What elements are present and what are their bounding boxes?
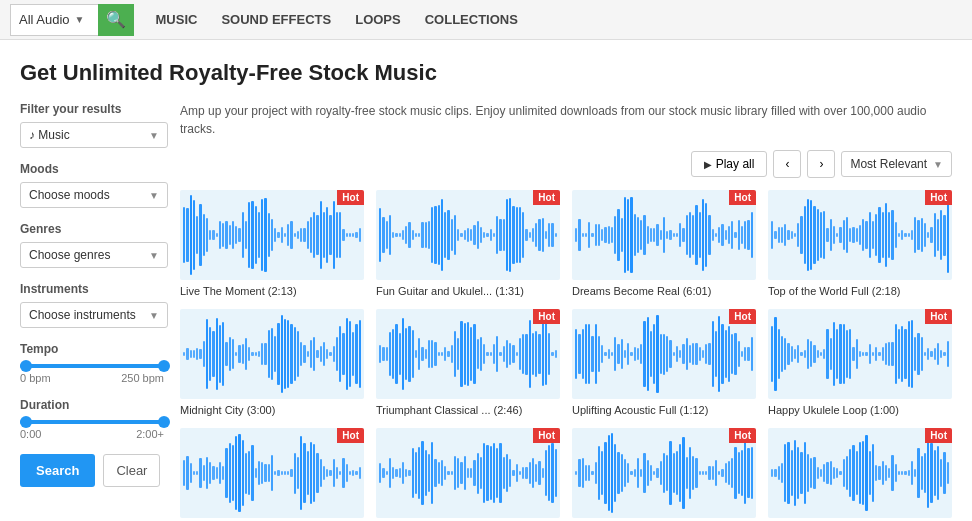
track-item[interactable]: HotMelodic Acoustic Adv... (3:27) (768, 428, 952, 521)
filter-results-label: Filter your results (20, 102, 164, 116)
tempo-min-label: 0 bpm (20, 372, 51, 384)
waveform-container: Hot (572, 428, 756, 518)
search-button[interactable]: Search (20, 454, 95, 487)
duration-min-label: 0:00 (20, 428, 41, 440)
genres-label: Genres (20, 222, 164, 236)
track-item[interactable]: HotFun Guitar and Ukulel... (1:31) (376, 190, 560, 297)
tempo-label: Tempo (20, 342, 164, 356)
right-header: Amp up your project with royalty-free st… (180, 102, 952, 178)
page-title: Get Unlimited Royalty-Free Stock Music (20, 60, 952, 86)
tempo-thumb-min[interactable] (20, 360, 32, 372)
track-item[interactable]: HotHappy Ukulele Loop (1:00) (768, 309, 952, 416)
track-item[interactable]: HotDeep Thoughts Full (1:39) (180, 428, 364, 521)
audio-type-dropdown[interactable]: All Audio ▼ (10, 4, 98, 36)
nav-link-collections[interactable]: COLLECTIONS (423, 12, 520, 27)
waveform-container: Hot (768, 309, 952, 399)
music-grid: HotLive The Moment (2:13)HotFun Guitar a… (180, 190, 952, 521)
play-all-button[interactable]: ▶ Play all (691, 151, 768, 177)
instruments-label: Instruments (20, 282, 164, 296)
track-title: Midnight City (3:00) (180, 404, 364, 416)
hot-badge: Hot (729, 190, 756, 205)
track-title: Triumphant Classical ... (2:46) (376, 404, 560, 416)
nav-link-sound-effects[interactable]: SOUND EFFECTS (219, 12, 333, 27)
nav-links: MUSIC SOUND EFFECTS LOOPS COLLECTIONS (154, 12, 520, 27)
right-content: Amp up your project with royalty-free st… (180, 102, 952, 521)
instruments-select[interactable]: Choose instruments ▼ (20, 302, 168, 328)
prev-page-button[interactable]: ‹ (773, 150, 801, 178)
page-content: Get Unlimited Royalty-Free Stock Music F… (0, 40, 972, 521)
sort-select[interactable]: Most Relevant ▼ (841, 151, 952, 177)
duration-label: Duration (20, 398, 164, 412)
genres-arrow-icon: ▼ (149, 250, 159, 261)
hot-badge: Hot (729, 309, 756, 324)
track-item[interactable]: HotAction Movie Music S... (4:14) (376, 428, 560, 521)
tempo-labels: 0 bpm 250 bpm (20, 372, 164, 384)
search-clear-row: Search Clear (20, 454, 164, 487)
track-item[interactable]: HotTop of the World Full (2:18) (768, 190, 952, 297)
nav-link-music[interactable]: MUSIC (154, 12, 200, 27)
waveform-container: Hot (376, 309, 560, 399)
chevron-right-icon: › (819, 157, 823, 171)
duration-thumb-max[interactable] (158, 416, 170, 428)
waveform-container: Hot (572, 309, 756, 399)
genres-value: Choose genres (29, 248, 110, 262)
search-icon: 🔍 (106, 10, 126, 29)
filter-arrow-icon: ▼ (149, 130, 159, 141)
track-item[interactable]: HotUplifting Acoustic Full (1:12) (572, 309, 756, 416)
search-group: All Audio ▼ 🔍 (10, 4, 134, 36)
hot-badge: Hot (533, 309, 560, 324)
waveform-container: Hot (572, 190, 756, 280)
sort-label: Most Relevant (850, 157, 927, 171)
track-title: Top of the World Full (2:18) (768, 285, 952, 297)
hot-badge: Hot (533, 428, 560, 443)
waveform-container: Hot (376, 190, 560, 280)
hot-badge: Hot (337, 190, 364, 205)
controls-row: ▶ Play all ‹ › Most Relevant ▼ (180, 150, 952, 178)
track-item[interactable]: Midnight City (3:00) (180, 309, 364, 416)
next-page-button[interactable]: › (807, 150, 835, 178)
audio-type-label: All Audio (19, 12, 70, 27)
waveform-container: Hot (376, 428, 560, 518)
waveform-container (180, 309, 364, 399)
waveform-container: Hot (180, 428, 364, 518)
duration-section: Duration 0:00 2:00+ (20, 398, 164, 440)
genres-select[interactable]: Choose genres ▼ (20, 242, 168, 268)
main-layout: Filter your results ♪ Music ▼ Moods Choo… (20, 102, 952, 521)
nav-search-button[interactable]: 🔍 (98, 4, 134, 36)
hot-badge: Hot (337, 428, 364, 443)
waveform-container: Hot (768, 190, 952, 280)
dropdown-arrow-icon: ▼ (75, 14, 85, 25)
waveform-bars (180, 309, 364, 399)
hot-badge: Hot (925, 190, 952, 205)
tempo-max-label: 250 bpm (121, 372, 164, 384)
track-item[interactable]: HotLive The Moment (2:13) (180, 190, 364, 297)
track-title: Live The Moment (2:13) (180, 285, 364, 297)
track-title: Fun Guitar and Ukulel... (1:31) (376, 285, 560, 297)
nav-link-loops[interactable]: LOOPS (353, 12, 403, 27)
moods-arrow-icon: ▼ (149, 190, 159, 201)
duration-fill (20, 420, 164, 424)
duration-labels: 0:00 2:00+ (20, 428, 164, 440)
duration-thumb-min[interactable] (20, 416, 32, 428)
duration-max-label: 2:00+ (136, 428, 164, 440)
waveform-container: Hot (768, 428, 952, 518)
instruments-arrow-icon: ▼ (149, 310, 159, 321)
sort-arrow-icon: ▼ (933, 159, 943, 170)
track-item[interactable]: HotTriumphant Classical ... (2:46) (376, 309, 560, 416)
duration-track (20, 420, 164, 424)
track-item[interactable]: HotBusiness Freedom (3:10) (572, 428, 756, 521)
filter-type-select[interactable]: ♪ Music ▼ (20, 122, 168, 148)
hot-badge: Hot (729, 428, 756, 443)
hot-badge: Hot (925, 428, 952, 443)
play-icon: ▶ (704, 159, 712, 170)
tempo-thumb-max[interactable] (158, 360, 170, 372)
moods-select[interactable]: Choose moods ▼ (20, 182, 168, 208)
hot-badge: Hot (533, 190, 560, 205)
chevron-left-icon: ‹ (785, 157, 789, 171)
filter-type-value: ♪ Music (29, 128, 70, 142)
clear-button[interactable]: Clear (103, 454, 160, 487)
sidebar: Filter your results ♪ Music ▼ Moods Choo… (20, 102, 180, 521)
moods-label: Moods (20, 162, 164, 176)
track-item[interactable]: HotDreams Become Real (6:01) (572, 190, 756, 297)
moods-value: Choose moods (29, 188, 110, 202)
